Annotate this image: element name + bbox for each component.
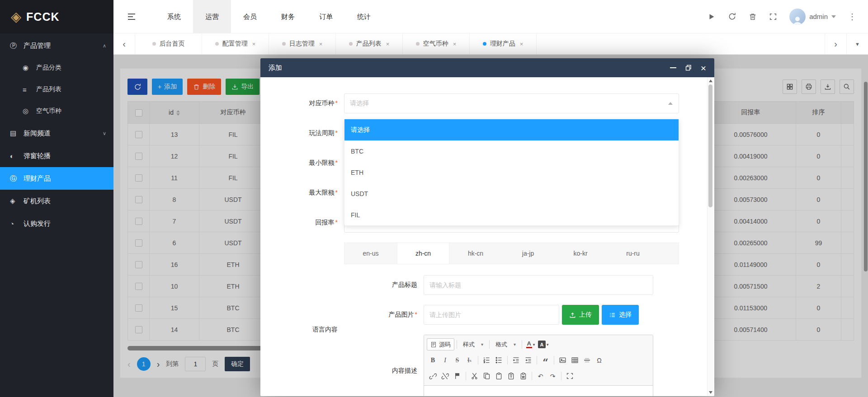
bold-button[interactable]: B [427, 354, 439, 366]
link-icon[interactable] [427, 370, 439, 382]
language-tab[interactable]: ko-kr [554, 243, 607, 264]
table-icon[interactable] [569, 354, 581, 366]
strikethrough-button[interactable]: S [451, 354, 463, 366]
styles-combo[interactable]: 样式▾ [459, 338, 487, 350]
sidebar-item[interactable]: ▤ 新闻频道 ∨ [0, 122, 113, 145]
sidebar-item-label: 产品列表 [36, 85, 61, 93]
ordered-list-icon[interactable] [481, 354, 493, 366]
sidebar-item[interactable]: ◔ 认购发行 [0, 212, 113, 235]
run-icon[interactable] [708, 13, 716, 21]
sidebar-item[interactable]: ≡ 产品列表 [0, 79, 113, 100]
rate-label: 回报率* [274, 219, 344, 227]
language-tab[interactable]: ru-ru [607, 243, 659, 264]
top-nav-item[interactable]: 系统 [155, 0, 193, 33]
chevron-icon: ∧ [103, 43, 106, 49]
tab-dot-icon [215, 42, 219, 46]
language-tab[interactable]: zh-cn [397, 243, 449, 264]
tab-close-icon[interactable]: × [520, 41, 524, 47]
upload-icon [569, 312, 576, 318]
dropdown-option[interactable]: BTC [344, 140, 679, 162]
top-nav-item[interactable]: 会员 [231, 0, 269, 33]
undo-icon[interactable]: ↶ [534, 370, 547, 382]
scroll-up-icon[interactable] [709, 79, 712, 82]
paste-text-icon[interactable] [505, 370, 517, 382]
trash-icon[interactable] [749, 13, 757, 21]
tab-label: 日志管理 [289, 40, 315, 48]
dropdown-option[interactable]: USDT [344, 183, 679, 204]
close-icon[interactable]: × [701, 63, 706, 73]
sidebar-item-label: 认购发行 [24, 220, 51, 228]
choose-button[interactable]: 选择 [602, 305, 639, 325]
format-combo[interactable]: 格式▾ [492, 338, 519, 350]
redo-icon[interactable]: ↷ [547, 370, 559, 382]
minimize-icon[interactable] [670, 67, 676, 68]
page-tab[interactable]: 日志管理 × [269, 33, 336, 54]
source-button[interactable]: 源码 [427, 338, 454, 350]
fullscreen-icon[interactable] [769, 13, 777, 21]
tab-close-icon[interactable]: × [386, 41, 390, 47]
remove-format-button[interactable]: Ix [463, 354, 476, 366]
special-char-button[interactable]: Ω [593, 354, 605, 366]
page-tab[interactable]: 配置管理 × [202, 33, 269, 54]
sidebar-item[interactable]: Ⓟ 产品管理 ∧ [0, 34, 113, 57]
top-nav-item[interactable]: 统计 [345, 0, 383, 33]
anchor-flag-icon[interactable] [451, 370, 463, 382]
product-image-input[interactable] [424, 305, 559, 325]
dropdown-option[interactable]: 请选择 [344, 119, 679, 140]
sidebar-item[interactable]: ◎ 空气币种 [0, 100, 113, 122]
blockquote-icon[interactable]: “ [539, 354, 552, 366]
cut-icon[interactable] [468, 370, 481, 382]
top-nav-item[interactable]: 财务 [269, 0, 307, 33]
page-tab[interactable]: 产品列表 × [336, 33, 403, 54]
user-menu[interactable]: admin [789, 9, 836, 25]
modal-scrollbar[interactable] [707, 77, 713, 396]
tabs-menu-button[interactable]: ▾ [846, 33, 868, 54]
text-color-button[interactable]: A▾ [524, 338, 537, 350]
product-title-input[interactable] [424, 275, 653, 295]
sidebar-item-icon: Ⓖ [10, 174, 24, 183]
unlink-icon[interactable] [439, 370, 451, 382]
horizontal-rule-icon[interactable] [581, 354, 593, 366]
page-tab[interactable]: 理财产品 × [470, 33, 537, 54]
italic-button[interactable]: I [439, 354, 451, 366]
sidebar-item[interactable]: ◐ 弹窗轮播 [0, 145, 113, 167]
sidebar-item[interactable]: ◈ 矿机列表 [0, 190, 113, 212]
indent-icon[interactable] [522, 354, 534, 366]
modal-scrollbar-thumb[interactable] [708, 84, 712, 207]
upload-button[interactable]: 上传 [562, 305, 599, 325]
language-tab[interactable]: ja-jp [502, 243, 554, 264]
editor-content[interactable] [424, 386, 653, 396]
sidebar-item[interactable]: ◉ 产品分类 [0, 57, 113, 79]
paste-word-icon[interactable] [517, 370, 529, 382]
sidebar-item-label: 矿机列表 [24, 197, 51, 206]
coin-select[interactable]: 请选择 [344, 93, 679, 113]
outdent-icon[interactable] [510, 354, 522, 366]
copy-icon[interactable] [481, 370, 493, 382]
maximize-icon[interactable] [564, 370, 576, 382]
top-nav-item[interactable]: 订单 [307, 0, 345, 33]
more-options-icon[interactable]: ⋮ [848, 12, 856, 22]
tab-close-icon[interactable]: × [319, 41, 323, 47]
dropdown-option[interactable]: ETH [344, 162, 679, 183]
bg-color-button[interactable]: A▾ [537, 338, 550, 350]
language-tab[interactable]: en-us [344, 243, 397, 264]
dropdown-option[interactable]: FIL [344, 204, 679, 225]
scroll-down-icon[interactable] [709, 391, 712, 394]
menu-collapse-icon[interactable] [127, 13, 136, 21]
restore-icon[interactable] [685, 65, 692, 71]
language-tab[interactable]: hk-cn [449, 243, 502, 264]
refresh-icon[interactable] [728, 12, 736, 21]
list-icon [609, 312, 616, 318]
coin-label: 对应币种* [274, 99, 344, 107]
page-tab[interactable]: 后台首页 × [135, 33, 202, 54]
page-tab[interactable]: 空气币种 × [403, 33, 470, 54]
paste-icon[interactable] [493, 370, 505, 382]
top-nav-item[interactable]: 运营 [193, 0, 231, 33]
tab-close-icon[interactable]: × [252, 41, 256, 47]
tab-close-icon[interactable]: × [453, 41, 457, 47]
bullet-list-icon[interactable] [493, 354, 505, 366]
image-icon[interactable] [557, 354, 569, 366]
tabs-scroll-right-button[interactable]: › [825, 33, 846, 54]
sidebar-item[interactable]: Ⓖ 理财产品 [0, 167, 113, 190]
tabs-scroll-left-button[interactable]: ‹ [113, 33, 135, 54]
